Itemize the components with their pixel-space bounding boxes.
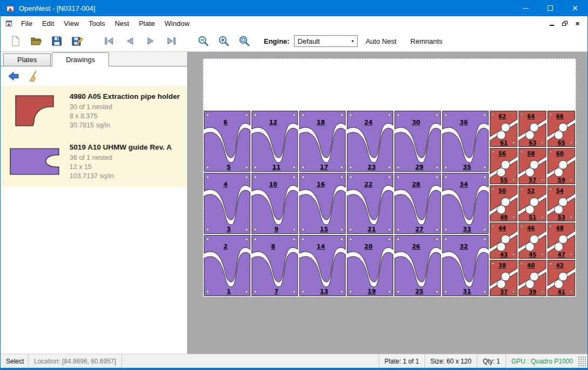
close-button[interactable]: × xyxy=(563,0,587,16)
resize-grip[interactable] xyxy=(578,356,586,367)
nest-canvas[interactable]: 6512111817242330293635431091615222128273… xyxy=(188,52,587,354)
nested-part-pair-red[interactable]: 5655 xyxy=(490,149,517,184)
minimize-icon xyxy=(523,8,529,9)
part-number: 61 xyxy=(500,140,508,146)
nested-part-pair-red[interactable]: 5251 xyxy=(519,186,546,221)
part-number: 25 xyxy=(415,288,423,295)
engine-select[interactable]: Default ▼ xyxy=(294,35,358,47)
last-plate-button[interactable] xyxy=(162,33,180,49)
menu-tools[interactable]: Tools xyxy=(84,17,110,30)
nested-part-pair-purple[interactable]: 1211 xyxy=(252,111,298,172)
nested-part-pair-purple[interactable]: 109 xyxy=(252,173,298,234)
part-number: 18 xyxy=(317,119,325,126)
nested-part-pair-red[interactable]: 3837 xyxy=(490,260,517,296)
part-number: 1 xyxy=(227,288,231,295)
nested-part-pair-purple[interactable]: 1413 xyxy=(299,236,345,296)
mdi-close-icon: × xyxy=(576,20,580,27)
drawing-title: 5019 A10 UHMW guide Rev. A xyxy=(70,143,172,151)
menu-view[interactable]: View xyxy=(59,17,84,30)
nested-part-pair-red[interactable]: 6665 xyxy=(548,111,575,147)
part-number: 33 xyxy=(463,226,471,233)
next-plate-button[interactable] xyxy=(142,33,159,49)
part-number: 35 xyxy=(463,164,471,171)
part-number: 3 xyxy=(227,226,231,233)
nested-part-pair-red[interactable]: 6463 xyxy=(519,111,546,147)
nested-part-pair-purple[interactable]: 21 xyxy=(204,236,250,296)
nested-part-pair-red[interactable]: 6059 xyxy=(548,149,575,184)
first-arrow-icon xyxy=(103,35,116,47)
new-document-icon xyxy=(10,35,22,47)
mdi-minimize-button[interactable] xyxy=(546,18,557,29)
remnants-button[interactable]: Remnants xyxy=(405,34,448,49)
new-file-button[interactable] xyxy=(7,33,24,49)
drawing-list-item[interactable]: 5019 A10 UHMW guide Rev. A 36 of 1 neste… xyxy=(1,137,187,187)
menu-edit[interactable]: Edit xyxy=(37,17,59,30)
tab-drawings[interactable]: Drawings xyxy=(52,52,109,66)
part-thumbnail-red xyxy=(7,91,62,130)
minimize-button[interactable] xyxy=(513,0,538,16)
nested-part-pair-red[interactable]: 4039 xyxy=(519,260,546,296)
part-number: 26 xyxy=(412,243,421,250)
part-thumbnail-purple xyxy=(7,142,62,181)
return-part-button[interactable] xyxy=(6,69,21,83)
drawing-area: 30.7815 sq/in xyxy=(70,121,180,130)
nested-part-pair-purple[interactable]: 3029 xyxy=(395,111,441,172)
statusbar: Select Location: [84.8696, 60.6957] Plat… xyxy=(1,354,587,368)
part-number: 46 xyxy=(527,225,535,231)
part-number: 66 xyxy=(556,113,564,119)
zoom-in-button[interactable] xyxy=(215,33,233,49)
nested-part-pair-purple[interactable]: 1817 xyxy=(299,111,345,172)
drawing-list-item[interactable]: 4980 A05 Extraction pipe holder 30 of 1 … xyxy=(1,86,187,137)
nested-part-pair-red[interactable]: 4847 xyxy=(548,223,575,259)
nested-part-pair-purple[interactable]: 1615 xyxy=(299,173,345,234)
toolbar: Engine: Default ▼ Auto Nest Remnants xyxy=(1,31,587,52)
nested-part-pair-red[interactable]: 5857 xyxy=(519,149,546,184)
nested-part-pair-red[interactable]: 4645 xyxy=(519,223,546,259)
nested-part-pair-purple[interactable]: 3433 xyxy=(442,173,488,234)
chevron-down-icon[interactable]: ▼ xyxy=(348,39,357,44)
first-plate-button[interactable] xyxy=(101,33,118,49)
mdi-close-button[interactable]: × xyxy=(572,18,583,29)
drawing-size: 12 x 15 xyxy=(70,163,172,172)
menu-plate[interactable]: Plate xyxy=(134,17,160,30)
titlebar[interactable]: OpenNest - [N0317-004] × xyxy=(1,0,587,16)
menu-window[interactable]: Window xyxy=(160,17,194,30)
nested-part-pair-red[interactable]: 5049 xyxy=(490,186,517,221)
maximize-button[interactable] xyxy=(538,0,563,16)
nested-part-pair-purple[interactable]: 65 xyxy=(204,111,250,172)
zoom-out-button[interactable] xyxy=(195,33,212,49)
nested-part-pair-purple[interactable]: 87 xyxy=(252,236,298,296)
menu-file[interactable]: File xyxy=(16,17,37,30)
save-as-button[interactable] xyxy=(69,33,86,49)
previous-plate-button[interactable] xyxy=(121,33,139,49)
nested-part-pair-red[interactable]: 4443 xyxy=(490,223,517,259)
save-button[interactable] xyxy=(48,33,65,49)
nested-part-pair-purple[interactable]: 3635 xyxy=(442,111,488,172)
nested-part-pair-purple[interactable]: 2221 xyxy=(347,173,393,234)
part-number: 43 xyxy=(500,252,508,258)
nested-part-pair-red[interactable]: 5453 xyxy=(548,186,575,221)
part-number: 29 xyxy=(415,164,423,171)
previous-arrow-icon xyxy=(124,35,136,47)
part-number: 22 xyxy=(364,181,372,188)
auto-nest-button[interactable]: Auto Nest xyxy=(360,34,402,49)
nested-part-pair-purple[interactable]: 2827 xyxy=(395,173,441,234)
nested-part-pair-purple[interactable]: 2019 xyxy=(347,236,393,296)
mdi-restore-button[interactable] xyxy=(559,18,570,29)
part-number: 54 xyxy=(556,188,564,194)
nested-part-pair-purple[interactable]: 3231 xyxy=(442,236,488,296)
zoom-fit-button[interactable] xyxy=(236,33,253,49)
nested-part-pair-purple[interactable]: 43 xyxy=(204,173,250,234)
tab-plates[interactable]: Plates xyxy=(3,53,51,66)
menu-nest[interactable]: Nest xyxy=(110,17,134,30)
nested-part-pair-red[interactable]: 6261 xyxy=(490,111,517,147)
nest-view[interactable]: 6512111817242330293635431091615222128273… xyxy=(203,110,576,297)
drawing-area: 103.7137 sq/in xyxy=(70,172,172,181)
open-file-button[interactable] xyxy=(28,33,45,49)
nested-part-pair-red[interactable]: 4241 xyxy=(548,260,575,296)
clean-button[interactable] xyxy=(26,69,42,83)
part-number: 9 xyxy=(274,226,278,233)
nested-part-pair-purple[interactable]: 2423 xyxy=(347,111,393,172)
nested-part-pair-purple[interactable]: 2625 xyxy=(395,236,441,296)
part-number: 49 xyxy=(500,214,508,220)
